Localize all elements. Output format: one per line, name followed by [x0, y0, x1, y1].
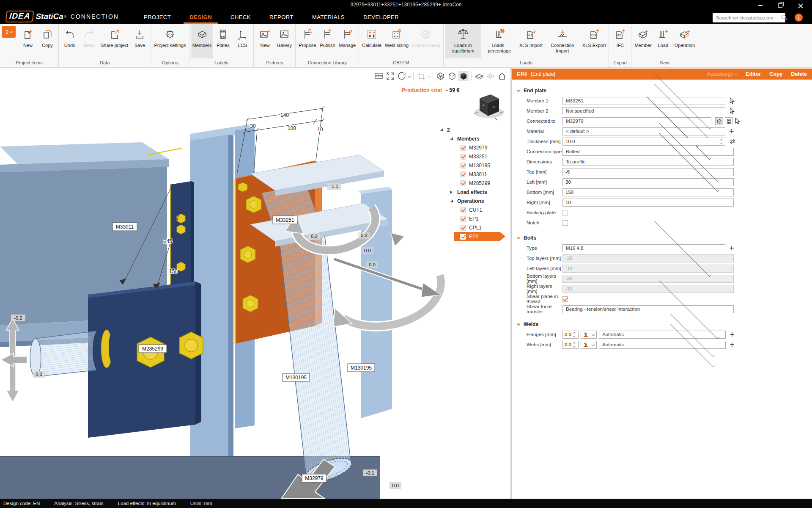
section-collapse-icon[interactable] [517, 322, 520, 325]
webs-weld-type-dropdown[interactable] [581, 341, 597, 349]
checkbox-checked-icon[interactable] [460, 207, 466, 213]
tab-check[interactable]: CHECK [230, 14, 251, 20]
overall-check-button[interactable]: Overall check [410, 24, 442, 58]
publish-button[interactable]: Publish [318, 24, 337, 58]
copy-operation-button[interactable]: Copy [769, 71, 782, 77]
dimensions-dropdown[interactable]: To profile [562, 158, 734, 166]
notch-checkbox[interactable] [562, 220, 568, 226]
shear-plane-checkbox[interactable] [562, 296, 568, 302]
new-picture-button[interactable]: New [255, 24, 274, 58]
zoom-fit-button[interactable] [385, 71, 395, 81]
tab-materials[interactable]: MATERIALS [312, 14, 345, 20]
plus-icon[interactable] [730, 342, 735, 347]
labels-lcs-toggle[interactable]: LCS [233, 24, 252, 58]
spinner-icon[interactable] [572, 341, 577, 348]
new-operation-button[interactable]: Operation [673, 24, 697, 58]
thickness-input[interactable] [562, 138, 725, 146]
maximize-button[interactable] [771, 0, 790, 11]
new-project-button[interactable]: New [18, 24, 38, 58]
connection-import-button[interactable]: Connection Import [544, 24, 581, 58]
pick-cursor-icon[interactable] [729, 108, 735, 114]
label-m130195-a[interactable]: M130195 [283, 373, 310, 381]
tree-item-m32979[interactable]: M32979 [440, 143, 510, 152]
measure-button[interactable] [374, 71, 384, 81]
section-welds[interactable]: Welds [512, 319, 812, 329]
tree-item-cut1[interactable]: CUT1 [440, 205, 510, 214]
flanges-weld-input[interactable] [563, 332, 572, 337]
tree-item-m130195[interactable]: M130195 [440, 161, 510, 170]
tree-item-m285299[interactable]: M285299 [440, 179, 510, 188]
wireframe-view-button[interactable] [436, 71, 446, 81]
tree-item-m33011[interactable]: M33011 [440, 170, 510, 179]
tree-item-cpl1[interactable]: CPL1 [440, 223, 510, 232]
project-item-selector[interactable]: 2 [2, 26, 16, 38]
redo-button[interactable]: Redo [80, 24, 99, 58]
tree-item-m33251[interactable]: M33251 [440, 152, 510, 161]
hidden-edges-view-button[interactable] [447, 71, 457, 81]
spinner-icon[interactable] [719, 138, 724, 146]
select-member-mode-button[interactable] [715, 117, 723, 125]
editor-button[interactable]: Editor [746, 71, 761, 77]
flanges-weld-mode-dropdown[interactable]: Automatic [599, 331, 726, 339]
search-icon[interactable] [781, 14, 783, 21]
bottom-input[interactable] [562, 188, 734, 196]
copy-project-button[interactable]: Copy [38, 24, 57, 58]
share-project-button[interactable]: Share project [99, 24, 130, 58]
pick-cursor-icon[interactable] [729, 97, 735, 104]
labels-members-toggle[interactable]: Members [191, 24, 214, 58]
new-member-button[interactable]: Member [633, 24, 653, 58]
xls-export-button[interactable]: XLS XLS Export [581, 24, 608, 58]
checkbox-checked-icon[interactable] [460, 234, 466, 240]
tree-node-operations[interactable]: Operations [440, 196, 510, 205]
info-button[interactable] [795, 14, 803, 22]
spinner-icon[interactable] [572, 331, 577, 338]
right-input[interactable] [562, 199, 734, 207]
new-load-button[interactable]: Load [653, 24, 673, 58]
shear-transfer-dropdown[interactable]: Bearing - tension/shear interaction [562, 305, 734, 313]
expander-open-icon[interactable] [450, 199, 453, 202]
gallery-button[interactable]: Gallery [274, 24, 294, 58]
plus-icon[interactable] [729, 129, 734, 134]
tree-node-members[interactable]: Members [440, 134, 510, 143]
member2-dropdown[interactable]: Not specified [562, 107, 725, 115]
checkbox-checked-icon[interactable] [460, 180, 466, 186]
tree-item-ep1[interactable]: EP1 [440, 214, 510, 223]
autodesign-button[interactable]: Autodesign [707, 71, 738, 77]
weld-sizing-button[interactable]: Weld sizing [383, 24, 410, 58]
section-crop-button[interactable] [416, 71, 426, 81]
minimize-button[interactable] [750, 0, 770, 11]
section-collapse-icon[interactable] [517, 88, 520, 91]
undo-button[interactable]: Undo [60, 24, 80, 58]
checkbox-checked-icon[interactable] [460, 145, 466, 151]
manage-button[interactable]: Manage [337, 24, 357, 58]
flanges-weld-size[interactable] [562, 331, 579, 339]
search-input[interactable] [713, 15, 781, 20]
label-m32979[interactable]: M32979 [302, 474, 326, 482]
pick-cursor-icon[interactable] [735, 118, 740, 124]
plus-icon[interactable] [730, 332, 735, 337]
close-button[interactable] [791, 0, 810, 11]
tree-item-ep2-selected[interactable]: EP2 [440, 232, 510, 241]
backing-plate-checkbox[interactable] [562, 210, 568, 215]
tab-design[interactable]: DESIGN [189, 14, 212, 20]
crop-options-chevron[interactable] [428, 75, 431, 77]
expander-open-icon[interactable] [440, 128, 443, 131]
plus-icon[interactable] [729, 246, 734, 251]
label-m33011[interactable]: M33011 [112, 223, 137, 231]
checkbox-checked-icon[interactable] [460, 225, 466, 231]
checkbox-checked-icon[interactable] [460, 154, 466, 160]
propose-button[interactable]: Propose [297, 24, 318, 58]
view-cube[interactable]: Z -Y [473, 91, 505, 121]
swap-arrows-icon[interactable] [729, 139, 736, 144]
select-plate-mode-button[interactable] [725, 117, 733, 125]
checkbox-checked-icon[interactable] [460, 171, 466, 177]
label-m33251[interactable]: M33251 [273, 216, 297, 224]
tree-node-load-effects[interactable]: Load effects [440, 188, 510, 196]
orbit-button[interactable] [397, 71, 407, 81]
labels-plates-toggle[interactable]: Plates [213, 24, 233, 58]
section-bolts[interactable]: Bolts [512, 233, 812, 243]
delete-operation-button[interactable]: Delete [791, 71, 807, 77]
calculate-button[interactable]: Calculate [360, 24, 383, 58]
home-view-button[interactable] [497, 71, 507, 81]
label-m285299[interactable]: M285299 [139, 345, 167, 353]
